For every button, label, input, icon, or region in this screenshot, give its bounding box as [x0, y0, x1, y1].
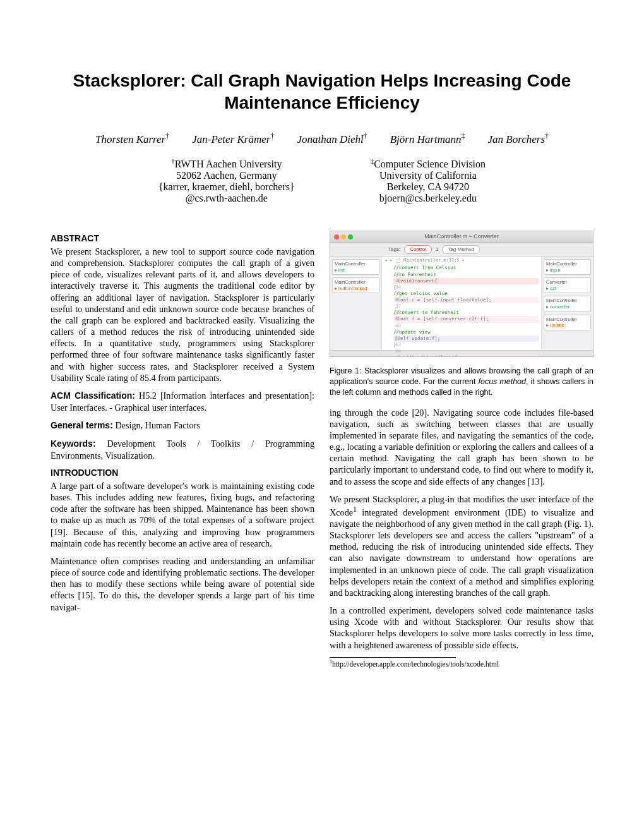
- keywords-head: Keywords:: [51, 438, 96, 449]
- figure-1: MainController.m – Converter Tags: Contr…: [330, 231, 593, 398]
- right-p2: We present Stacksplorer, a plug-in that …: [330, 493, 593, 598]
- general-terms: General terms: Design, Human Factors: [51, 420, 314, 432]
- callgraph-node[interactable]: MainController▸ buttonClicked:: [332, 277, 379, 293]
- window-title: MainController.m – Converter: [424, 233, 499, 241]
- close-icon[interactable]: [334, 234, 339, 239]
- acm-classification: ACM Classification: H5.2 [Information in…: [51, 390, 314, 413]
- figure-screenshot: MainController.m – Converter Tags: Contr…: [330, 231, 593, 357]
- paper-title: Stacksplorer: Call Graph Navigation Help…: [51, 70, 593, 114]
- caption-focus-method: focus method: [478, 377, 526, 386]
- right-p3: In a controlled experiment, developers s…: [330, 605, 593, 651]
- callgraph-node[interactable]: MainController▸ init: [332, 259, 379, 275]
- author: Björn Hartmann‡: [390, 131, 465, 146]
- author: Thorsten Karrer†: [95, 131, 169, 146]
- abstract-heading: ABSTRACT: [51, 233, 314, 245]
- callgraph-node[interactable]: MainController▸ update:: [544, 315, 591, 330]
- acm-head: ACM Classification:: [51, 390, 135, 401]
- intro-p1: A large part of a software developer's w…: [51, 480, 314, 549]
- paper-page: Stacksplorer: Call Graph Navigation Help…: [0, 0, 644, 834]
- author: Jan-Peter Krämer†: [192, 131, 274, 146]
- tag-count: 1: [436, 246, 438, 253]
- callgraph-node[interactable]: MainController▸ input: [544, 259, 591, 275]
- tag-control-pill[interactable]: Control: [404, 245, 432, 254]
- affiliation-left: †RWTH Aachen University52062 Aachen, Ger…: [158, 157, 295, 204]
- intro-p2: Maintenance often comprises reading and …: [51, 555, 314, 613]
- keywords: Keywords: Development Tools / Toolkits /…: [51, 438, 314, 461]
- general-head: General terms:: [51, 420, 113, 430]
- abstract-text: We present Stacksplorer, a new tool to s…: [51, 246, 314, 384]
- callgraph-node[interactable]: MainController▸ converter: [544, 296, 591, 311]
- author: Jan Borchers†: [488, 131, 549, 146]
- tags-label: Tags:: [388, 246, 400, 253]
- right-p1: ing through the code [20]. Navigating so…: [330, 407, 593, 487]
- footnote-1: 1http://developer.apple.com/technologies…: [330, 657, 456, 669]
- author-list: Thorsten Karrer†Jan-Peter Krämer†Jonatha…: [51, 131, 593, 146]
- column-right: MainController.m – Converter Tags: Contr…: [330, 231, 593, 668]
- code-editor[interactable]: ◂ ▸ 📄 MainController.m:37:5 ▸31//convert…: [382, 257, 541, 350]
- figure-caption: Figure 1: Stacksplorer visualizes and al…: [330, 366, 593, 398]
- author: Jonathan Diehl†: [297, 131, 367, 146]
- callers-column: MainController▸ initMainController▸ butt…: [330, 257, 382, 350]
- minimize-icon[interactable]: [341, 234, 346, 239]
- column-left: ABSTRACT We present Stacksplorer, a new …: [51, 231, 314, 668]
- traffic-lights[interactable]: [334, 234, 353, 239]
- breadcrumb[interactable]: ◂ ▸ 📄 MainController.m:37:5 ▸: [385, 258, 539, 263]
- two-column-body: ABSTRACT We present Stacksplorer, a new …: [51, 231, 593, 668]
- callees-column: MainController▸ inputConverter▸ c2f:Main…: [541, 257, 593, 350]
- zoom-icon[interactable]: [348, 234, 353, 239]
- toolbar: Tags: Control 1 Tag Method: [330, 243, 593, 257]
- affiliation-right: ‡Computer Science DivisionUniversity of …: [371, 157, 486, 204]
- footnote-text: http://developer.apple.com/technologies/…: [332, 660, 499, 668]
- affiliation-block: †RWTH Aachen University52062 Aachen, Ger…: [51, 157, 593, 204]
- app-body: MainController▸ initMainController▸ butt…: [330, 257, 593, 350]
- callgraph-node[interactable]: Converter▸ c2f:: [544, 277, 591, 293]
- intro-heading: INTRODUCTION: [51, 468, 314, 479]
- window-titlebar: MainController.m – Converter: [330, 231, 593, 243]
- tag-method-button[interactable]: Tag Method: [442, 245, 480, 254]
- right-p2b: integrated development environment (IDE)…: [330, 507, 593, 598]
- general-text: Design, Human Factors: [113, 420, 200, 430]
